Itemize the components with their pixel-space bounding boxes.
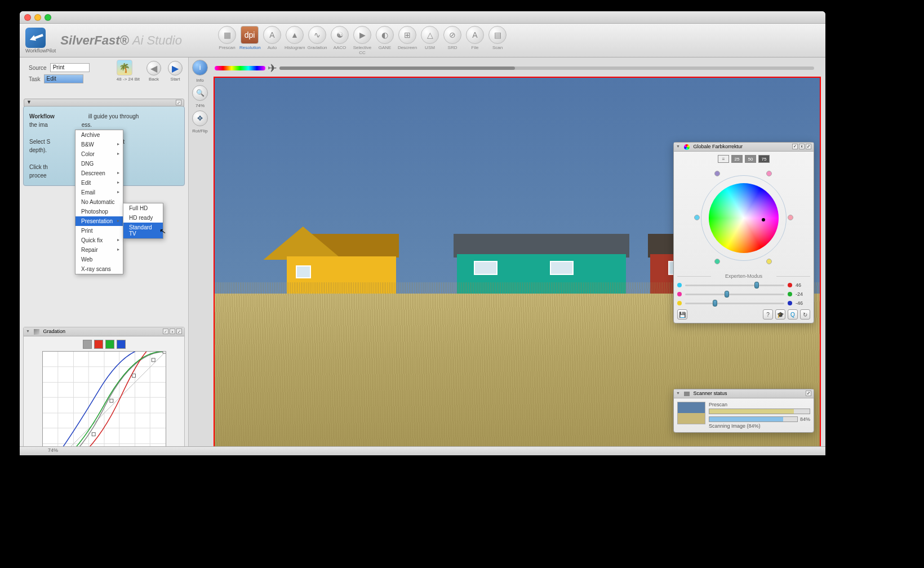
gcc-preset-buttons[interactable]: ≡255075: [677, 155, 810, 163]
tool-scan[interactable]: ▤Scan: [487, 26, 508, 55]
slider-track[interactable]: [685, 303, 784, 304]
gcc-preset-75[interactable]: 75: [758, 155, 770, 163]
tool-file[interactable]: AFile: [465, 26, 485, 55]
pin-icon[interactable]: ⤢: [176, 100, 181, 105]
task-context-menu[interactable]: ArchiveB&WColorDNGDescreenEditEmailNo Au…: [75, 130, 123, 274]
scanner-status-panel[interactable]: Scanner status ⤢ Prescan 84% S: [673, 389, 814, 433]
progress-bar: ✈: [215, 65, 814, 71]
gradation-channel-swatches[interactable]: [27, 340, 181, 349]
gcc-header[interactable]: Globale Farbkorrektur ✓ x ⤢: [674, 143, 814, 152]
submenu-hd-ready[interactable]: HD ready: [123, 213, 163, 223]
wheel-handle[interactable]: [714, 171, 720, 176]
slider-track[interactable]: [685, 285, 784, 286]
gcc-close-icon[interactable]: x: [799, 144, 805, 149]
wheel-handle[interactable]: [788, 215, 793, 220]
tool-histogram[interactable]: ▲Histogram: [285, 26, 305, 55]
menu-presentation[interactable]: Presentation: [75, 216, 123, 226]
close-panel-icon[interactable]: x: [170, 329, 175, 334]
titlebar[interactable]: [20, 11, 825, 24]
gcc-preset-50[interactable]: 50: [745, 155, 756, 163]
svg-rect-21: [163, 352, 166, 353]
gcc-slider-1[interactable]: -24: [677, 291, 810, 297]
menu-x-ray-scans[interactable]: X-ray scans: [75, 264, 123, 274]
task-select[interactable]: Edit: [44, 74, 83, 83]
zoom-icon[interactable]: [45, 14, 51, 21]
gcc-expand-icon[interactable]: ⤢: [806, 144, 811, 149]
wheel-handle[interactable]: [694, 215, 700, 220]
slider-track[interactable]: [685, 294, 784, 295]
bitdepth-icon[interactable]: 🌴: [117, 60, 132, 76]
tool-prescan[interactable]: ▦Prescan: [217, 26, 237, 55]
menu-repair[interactable]: Repair: [75, 245, 123, 255]
expand-icon[interactable]: ⤢: [176, 329, 182, 334]
menu-descreen[interactable]: Descreen: [75, 168, 123, 178]
check-icon[interactable]: ✓: [163, 329, 168, 334]
prescan-label: Prescan: [217, 45, 237, 50]
gcc-reset-button[interactable]: ↻: [800, 309, 810, 320]
start-button[interactable]: ▶: [168, 61, 183, 76]
menu-email[interactable]: Email: [75, 188, 123, 197]
menu-b&w[interactable]: B&W: [75, 140, 123, 149]
channel-swatch-1[interactable]: [94, 340, 103, 349]
main-toolbar: ▦PrescandpiResolutionAAuto▲Histogram∿Gra…: [217, 26, 508, 55]
gradation-header[interactable]: Gradation ✓ x ⤢: [24, 327, 184, 336]
tool-aaco[interactable]: ☯AACO: [330, 26, 350, 55]
menu-archive[interactable]: Archive: [75, 130, 123, 140]
menu-edit[interactable]: Edit: [75, 178, 123, 188]
status-bar: 74%: [20, 446, 825, 455]
tool-srd[interactable]: ⊘SRD: [442, 26, 463, 55]
close-icon[interactable]: [24, 14, 31, 21]
channel-swatch-0[interactable]: [83, 340, 92, 349]
global-color-correction-panel[interactable]: Globale Farbkorrektur ✓ x ⤢ ≡255075 Expe…: [673, 142, 814, 323]
tool-descreen[interactable]: ⊞Descreen: [397, 26, 417, 55]
zoom-tool-icon[interactable]: 🔍: [192, 85, 208, 101]
tool-selectivecc[interactable]: ▶Selective CC: [352, 26, 372, 55]
gcc-slider-0[interactable]: 46: [677, 282, 810, 288]
tool-usm[interactable]: △USM: [420, 26, 440, 55]
back-button[interactable]: ◀: [146, 61, 161, 76]
header: WorkflowPilot SilverFast® Ai Studio ▦Pre…: [20, 24, 825, 57]
source-select[interactable]: Print: [50, 63, 90, 72]
channel-swatch-2[interactable]: [105, 340, 114, 349]
menu-print[interactable]: Print: [75, 226, 123, 236]
color-picker-dot[interactable]: [762, 218, 765, 221]
gcc-check-icon[interactable]: ✓: [792, 144, 798, 149]
tool-gane[interactable]: ◐GANE: [375, 26, 395, 55]
progress-track[interactable]: [279, 66, 814, 70]
menu-dng[interactable]: DNG: [75, 159, 123, 168]
gcc-preset-25[interactable]: 25: [731, 155, 743, 163]
channel-swatch-3[interactable]: [117, 340, 126, 349]
menu-web[interactable]: Web: [75, 255, 123, 264]
minimize-icon[interactable]: [34, 14, 41, 21]
info-tool-icon[interactable]: i: [192, 60, 208, 76]
gcc-preset-≡[interactable]: ≡: [718, 155, 729, 163]
rotflip-tool-icon[interactable]: ✥: [192, 110, 208, 126]
gcc-expert-button[interactable]: 🎓: [775, 309, 785, 320]
menu-photoshop[interactable]: Photoshop: [75, 207, 123, 216]
scan-progress: [709, 416, 798, 422]
menu-quick-fix[interactable]: Quick fix: [75, 236, 123, 245]
gradation-curve-graph[interactable]: [42, 351, 166, 455]
submenu-standard-tv[interactable]: Standard TV: [123, 223, 163, 238]
wheel-handle[interactable]: [766, 171, 772, 176]
wheel-handle[interactable]: [766, 259, 772, 264]
scanstat-expand-icon[interactable]: ⤢: [806, 390, 811, 396]
histogram-label: Histogram: [285, 45, 305, 50]
slider-value: -46: [796, 300, 810, 306]
tool-auto[interactable]: AAuto: [262, 26, 282, 55]
task-submenu[interactable]: Full HDHD readyStandard TV: [123, 203, 163, 239]
tool-gradation[interactable]: ∿Gradation: [307, 26, 327, 55]
gcc-save-button[interactable]: 💾: [677, 309, 687, 320]
gcc-slider-2[interactable]: -46: [677, 300, 810, 306]
guide-panel-header[interactable]: ▼ ⤢: [24, 99, 184, 106]
submenu-full-hd[interactable]: Full HD: [123, 203, 163, 213]
color-wheel[interactable]: [693, 167, 794, 269]
menu-no-automatic[interactable]: No Automatic: [75, 197, 123, 207]
wheel-handle[interactable]: [714, 259, 720, 264]
gcc-help-button[interactable]: ?: [763, 309, 773, 320]
menu-color[interactable]: Color: [75, 149, 123, 159]
scanner-status-header[interactable]: Scanner status ⤢: [674, 389, 814, 398]
auto-icon: A: [263, 26, 281, 44]
gcc-qt-button[interactable]: Q: [788, 309, 798, 320]
tool-resolution[interactable]: dpiResolution: [239, 26, 260, 55]
